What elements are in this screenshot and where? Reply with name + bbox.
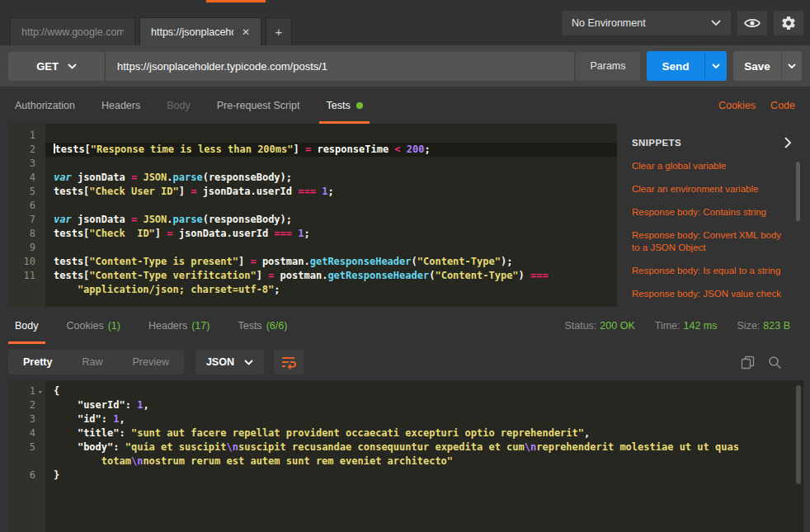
tests-code-editor[interactable]: 12tests["Response time is less than 200m… bbox=[8, 124, 617, 307]
time-stat: Time:142 ms bbox=[655, 320, 718, 332]
code-token: 1 bbox=[298, 228, 304, 239]
code-token: ] bbox=[179, 186, 191, 197]
response-tab-count: (17) bbox=[191, 320, 210, 332]
code-line: 5tests["Check User ID"] = jsonData.userI… bbox=[8, 185, 617, 199]
tab-tests[interactable]: Tests bbox=[326, 87, 362, 124]
code-token: jsonData.userId bbox=[196, 186, 298, 197]
active-tab-underline bbox=[8, 341, 45, 344]
line-number: 1 bbox=[8, 129, 45, 143]
chevron-down-icon bbox=[711, 20, 721, 26]
response-tab-cookies[interactable]: Cookies(1) bbox=[67, 307, 120, 344]
url-text: https://jsonplaceholder.typicode.com/pos… bbox=[117, 60, 327, 73]
save-button[interactable]: Save bbox=[733, 51, 781, 81]
snippet-link[interactable]: Response body: JSON value check bbox=[632, 288, 784, 300]
code-token: : bbox=[101, 413, 113, 425]
code-text: } bbox=[45, 468, 803, 483]
line-number: 7 bbox=[8, 213, 45, 227]
tab-body[interactable]: Body bbox=[167, 87, 191, 124]
code-token: jsonData.userId bbox=[173, 228, 275, 239]
code-token: "sunt aut facere repellat provident occa… bbox=[131, 427, 584, 439]
method-label: GET bbox=[36, 60, 59, 73]
copy-icon bbox=[741, 355, 755, 370]
params-button[interactable]: Params bbox=[576, 52, 640, 81]
view-raw[interactable]: Raw bbox=[67, 350, 117, 374]
code-token: . bbox=[167, 172, 172, 183]
environment-quicklook-button[interactable] bbox=[737, 11, 767, 35]
tab-pre-request-script[interactable]: Pre-request Script bbox=[217, 87, 300, 124]
wrap-text-button[interactable] bbox=[274, 350, 304, 374]
line-number: 4 bbox=[8, 426, 45, 440]
code-token: totam bbox=[54, 455, 131, 467]
response-tab-tests[interactable]: Tests(6/6) bbox=[238, 307, 287, 344]
response-tab-label: Headers bbox=[148, 320, 187, 332]
code-token: var bbox=[54, 214, 72, 225]
send-button[interactable]: Send bbox=[647, 51, 704, 81]
send-options-button[interactable] bbox=[704, 51, 727, 81]
code-line: 5 "body": "quia et suscipit\nsuscipit re… bbox=[8, 440, 803, 454]
copy-response-button[interactable] bbox=[741, 355, 755, 370]
request-tab-google[interactable]: http://www.google.com/fina bbox=[10, 17, 135, 45]
tab-headers[interactable]: Headers bbox=[101, 87, 140, 124]
snippet-link[interactable]: Clear an environment variable bbox=[632, 183, 784, 195]
code-line: 2 "userId": 1, bbox=[8, 398, 803, 412]
close-icon[interactable]: ✕ bbox=[242, 26, 250, 38]
response-view-switcher: PrettyRawPreview bbox=[8, 350, 184, 374]
url-input[interactable]: https://jsonplaceholder.typicode.com/pos… bbox=[106, 52, 574, 81]
chevron-right-icon[interactable] bbox=[784, 137, 792, 148]
code-token: tests[ bbox=[55, 144, 91, 155]
view-pretty[interactable]: Pretty bbox=[8, 350, 67, 374]
new-tab-button[interactable]: + bbox=[266, 17, 292, 45]
code-token: "userId" bbox=[78, 399, 125, 411]
response-meta-row: BodyCookies(1)Headers(17)Tests(6/6) Stat… bbox=[0, 307, 810, 344]
tests-status-dot bbox=[356, 102, 363, 109]
line-number bbox=[8, 283, 45, 297]
code-token: tests[ bbox=[54, 256, 89, 267]
cookies-link[interactable]: Cookies bbox=[718, 100, 756, 111]
view-preview[interactable]: Preview bbox=[117, 350, 183, 374]
search-response-button[interactable] bbox=[768, 355, 782, 370]
response-body-viewer[interactable]: 1▾{2 "userId": 1,3 "id": 1,4 "title": "s… bbox=[8, 380, 803, 532]
response-tabs: BodyCookies(1)Headers(17)Tests(6/6) bbox=[15, 307, 315, 344]
fold-caret-icon[interactable]: ▾ bbox=[38, 385, 42, 399]
topbar: http://www.google.com/fina https://jsonp… bbox=[0, 0, 810, 45]
topbar-right: No Environment bbox=[562, 0, 810, 45]
code-text: "id": 1, bbox=[45, 412, 803, 426]
snippet-link[interactable]: Response body: Convert XML body to a JSO… bbox=[632, 229, 784, 254]
request-tab-label: http://www.google.com/fina bbox=[21, 26, 124, 38]
plus-icon: + bbox=[275, 25, 283, 39]
code-token: postman. bbox=[274, 270, 327, 281]
code-token: { bbox=[54, 385, 59, 397]
code-token: (responseBody); bbox=[203, 172, 292, 183]
code-token: === bbox=[274, 228, 292, 239]
code-token: "id" bbox=[78, 413, 101, 425]
line-number: 2 bbox=[8, 398, 45, 412]
code-token: tests[ bbox=[54, 186, 89, 197]
code-token: parse bbox=[173, 214, 203, 225]
snippet-link[interactable]: Clear a global variable bbox=[632, 160, 784, 172]
settings-button[interactable] bbox=[774, 11, 803, 35]
chevron-down-icon bbox=[788, 64, 796, 69]
response-tab-body[interactable]: Body bbox=[15, 307, 39, 344]
response-format-selector[interactable]: JSON bbox=[195, 350, 264, 374]
save-options-button[interactable] bbox=[781, 51, 802, 81]
code-text: "application/json; charset=utf-8"; bbox=[45, 283, 617, 297]
code-line: 1▾{ bbox=[8, 384, 803, 398]
code-token: "Response time is less than 200ms" bbox=[91, 144, 294, 155]
code-token: "Content-Type is present" bbox=[89, 256, 238, 267]
request-tab-jsonplaceholder[interactable]: https://jsonplaceholde ✕ bbox=[139, 17, 261, 45]
code-text: tests["Check User ID"] = jsonData.userId… bbox=[45, 185, 617, 199]
response-scrollbar[interactable] bbox=[796, 385, 801, 484]
response-tab-headers[interactable]: Headers(17) bbox=[148, 307, 210, 344]
tab-authorization[interactable]: Authorization bbox=[15, 87, 75, 124]
code-token: suscipit recusandae consequuntur expedit… bbox=[238, 441, 525, 453]
code-token: "title" bbox=[78, 427, 120, 439]
code-text bbox=[45, 157, 617, 171]
code-token: "Check User ID" bbox=[89, 186, 178, 197]
environment-selector[interactable]: No Environment bbox=[562, 11, 731, 35]
code-link[interactable]: Code bbox=[770, 100, 795, 111]
snippet-link[interactable]: Response body: Is equal to a string bbox=[632, 265, 784, 277]
gear-icon bbox=[780, 15, 797, 31]
snippet-link[interactable]: Response body: Contains string bbox=[632, 206, 784, 219]
snippets-scrollbar[interactable] bbox=[796, 162, 800, 221]
method-selector[interactable]: GET bbox=[8, 52, 106, 81]
